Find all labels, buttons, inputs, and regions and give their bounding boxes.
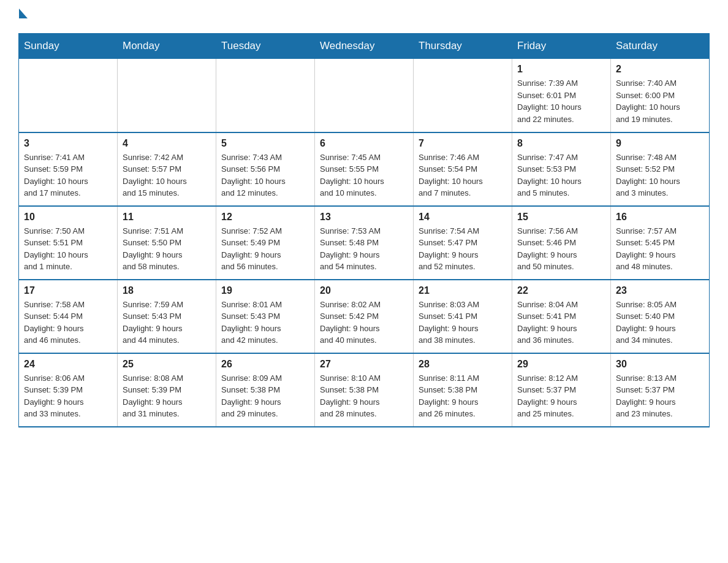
day-number: 26: [221, 359, 309, 370]
day-info: Sunrise: 8:02 AM Sunset: 5:42 PM Dayligh…: [320, 299, 408, 347]
day-number: 4: [123, 138, 211, 149]
calendar-cell: [315, 59, 414, 132]
calendar-cell: 27Sunrise: 8:10 AM Sunset: 5:38 PM Dayli…: [315, 353, 414, 427]
day-number: 25: [123, 359, 211, 370]
day-info: Sunrise: 8:08 AM Sunset: 5:39 PM Dayligh…: [123, 372, 211, 420]
day-info: Sunrise: 7:47 AM Sunset: 5:53 PM Dayligh…: [517, 151, 605, 199]
day-number: 24: [24, 359, 112, 370]
calendar-cell: 13Sunrise: 7:53 AM Sunset: 5:48 PM Dayli…: [315, 206, 414, 280]
calendar-table: SundayMondayTuesdayWednesdayThursdayFrid…: [18, 33, 710, 427]
day-number: 5: [221, 138, 309, 149]
day-info: Sunrise: 7:46 AM Sunset: 5:54 PM Dayligh…: [419, 151, 507, 199]
page-header: [18, 12, 710, 23]
day-info: Sunrise: 7:43 AM Sunset: 5:56 PM Dayligh…: [221, 151, 309, 199]
day-number: 15: [517, 212, 605, 223]
day-info: Sunrise: 7:52 AM Sunset: 5:49 PM Dayligh…: [221, 225, 309, 273]
day-number: 27: [320, 359, 408, 370]
calendar-week-row: 17Sunrise: 7:58 AM Sunset: 5:44 PM Dayli…: [19, 280, 710, 353]
calendar-cell: 9Sunrise: 7:48 AM Sunset: 5:52 PM Daylig…: [611, 132, 710, 206]
day-info: Sunrise: 7:57 AM Sunset: 5:45 PM Dayligh…: [616, 225, 704, 273]
day-number: 22: [517, 285, 605, 296]
day-number: 19: [221, 285, 309, 296]
day-info: Sunrise: 7:50 AM Sunset: 5:51 PM Dayligh…: [24, 225, 112, 273]
day-number: 3: [24, 138, 112, 149]
weekday-header-monday: Monday: [118, 34, 216, 59]
day-number: 17: [24, 285, 112, 296]
day-number: 1: [517, 64, 605, 75]
calendar-cell: 22Sunrise: 8:04 AM Sunset: 5:41 PM Dayli…: [512, 280, 611, 353]
day-number: 9: [616, 138, 704, 149]
day-number: 11: [123, 212, 211, 223]
calendar-cell: 6Sunrise: 7:45 AM Sunset: 5:55 PM Daylig…: [315, 132, 414, 206]
day-info: Sunrise: 8:11 AM Sunset: 5:38 PM Dayligh…: [419, 372, 507, 420]
day-info: Sunrise: 7:48 AM Sunset: 5:52 PM Dayligh…: [616, 151, 704, 199]
calendar-cell: 28Sunrise: 8:11 AM Sunset: 5:38 PM Dayli…: [414, 353, 512, 427]
logo: [18, 12, 28, 23]
day-info: Sunrise: 8:04 AM Sunset: 5:41 PM Dayligh…: [517, 299, 605, 347]
calendar-cell: 17Sunrise: 7:58 AM Sunset: 5:44 PM Dayli…: [19, 280, 118, 353]
calendar-week-row: 24Sunrise: 8:06 AM Sunset: 5:39 PM Dayli…: [19, 353, 710, 427]
calendar-cell: [118, 59, 216, 132]
calendar-header-row: SundayMondayTuesdayWednesdayThursdayFrid…: [19, 34, 710, 59]
calendar-cell: [19, 59, 118, 132]
day-number: 14: [419, 212, 507, 223]
day-info: Sunrise: 7:40 AM Sunset: 6:00 PM Dayligh…: [616, 77, 704, 125]
calendar-cell: 29Sunrise: 8:12 AM Sunset: 5:37 PM Dayli…: [512, 353, 611, 427]
day-info: Sunrise: 8:09 AM Sunset: 5:38 PM Dayligh…: [221, 372, 309, 420]
day-number: 16: [616, 212, 704, 223]
weekday-header-tuesday: Tuesday: [216, 34, 315, 59]
day-info: Sunrise: 8:13 AM Sunset: 5:37 PM Dayligh…: [616, 372, 704, 420]
calendar-cell: 26Sunrise: 8:09 AM Sunset: 5:38 PM Dayli…: [216, 353, 315, 427]
calendar-cell: 7Sunrise: 7:46 AM Sunset: 5:54 PM Daylig…: [414, 132, 512, 206]
calendar-cell: 20Sunrise: 8:02 AM Sunset: 5:42 PM Dayli…: [315, 280, 414, 353]
day-number: 13: [320, 212, 408, 223]
day-info: Sunrise: 7:51 AM Sunset: 5:50 PM Dayligh…: [123, 225, 211, 273]
day-info: Sunrise: 7:45 AM Sunset: 5:55 PM Dayligh…: [320, 151, 408, 199]
weekday-header-saturday: Saturday: [611, 34, 710, 59]
calendar-cell: [216, 59, 315, 132]
logo-arrow-icon: [19, 9, 28, 18]
calendar-cell: 15Sunrise: 7:56 AM Sunset: 5:46 PM Dayli…: [512, 206, 611, 280]
calendar-week-row: 1Sunrise: 7:39 AM Sunset: 6:01 PM Daylig…: [19, 59, 710, 132]
day-number: 7: [419, 138, 507, 149]
calendar-cell: 23Sunrise: 8:05 AM Sunset: 5:40 PM Dayli…: [611, 280, 710, 353]
day-number: 21: [419, 285, 507, 296]
day-info: Sunrise: 7:59 AM Sunset: 5:43 PM Dayligh…: [123, 299, 211, 347]
calendar-cell: 2Sunrise: 7:40 AM Sunset: 6:00 PM Daylig…: [611, 59, 710, 132]
weekday-header-thursday: Thursday: [414, 34, 512, 59]
calendar-week-row: 10Sunrise: 7:50 AM Sunset: 5:51 PM Dayli…: [19, 206, 710, 280]
calendar-cell: 3Sunrise: 7:41 AM Sunset: 5:59 PM Daylig…: [19, 132, 118, 206]
calendar-cell: 18Sunrise: 7:59 AM Sunset: 5:43 PM Dayli…: [118, 280, 216, 353]
calendar-cell: 21Sunrise: 8:03 AM Sunset: 5:41 PM Dayli…: [414, 280, 512, 353]
day-info: Sunrise: 7:39 AM Sunset: 6:01 PM Dayligh…: [517, 77, 605, 125]
calendar-cell: 8Sunrise: 7:47 AM Sunset: 5:53 PM Daylig…: [512, 132, 611, 206]
calendar-cell: 4Sunrise: 7:42 AM Sunset: 5:57 PM Daylig…: [118, 132, 216, 206]
day-number: 23: [616, 285, 704, 296]
day-info: Sunrise: 7:56 AM Sunset: 5:46 PM Dayligh…: [517, 225, 605, 273]
calendar-cell: 16Sunrise: 7:57 AM Sunset: 5:45 PM Dayli…: [611, 206, 710, 280]
calendar-cell: 5Sunrise: 7:43 AM Sunset: 5:56 PM Daylig…: [216, 132, 315, 206]
weekday-header-friday: Friday: [512, 34, 611, 59]
day-info: Sunrise: 8:05 AM Sunset: 5:40 PM Dayligh…: [616, 299, 704, 347]
day-number: 2: [616, 64, 704, 75]
calendar-cell: 12Sunrise: 7:52 AM Sunset: 5:49 PM Dayli…: [216, 206, 315, 280]
day-info: Sunrise: 8:06 AM Sunset: 5:39 PM Dayligh…: [24, 372, 112, 420]
day-number: 12: [221, 212, 309, 223]
weekday-header-wednesday: Wednesday: [315, 34, 414, 59]
day-number: 18: [123, 285, 211, 296]
day-number: 29: [517, 359, 605, 370]
day-info: Sunrise: 8:12 AM Sunset: 5:37 PM Dayligh…: [517, 372, 605, 420]
calendar-cell: 24Sunrise: 8:06 AM Sunset: 5:39 PM Dayli…: [19, 353, 118, 427]
calendar-cell: 14Sunrise: 7:54 AM Sunset: 5:47 PM Dayli…: [414, 206, 512, 280]
day-info: Sunrise: 7:54 AM Sunset: 5:47 PM Dayligh…: [419, 225, 507, 273]
day-number: 6: [320, 138, 408, 149]
day-info: Sunrise: 8:03 AM Sunset: 5:41 PM Dayligh…: [419, 299, 507, 347]
calendar-cell: [414, 59, 512, 132]
calendar-cell: 30Sunrise: 8:13 AM Sunset: 5:37 PM Dayli…: [611, 353, 710, 427]
calendar-cell: 10Sunrise: 7:50 AM Sunset: 5:51 PM Dayli…: [19, 206, 118, 280]
day-info: Sunrise: 7:53 AM Sunset: 5:48 PM Dayligh…: [320, 225, 408, 273]
day-info: Sunrise: 7:58 AM Sunset: 5:44 PM Dayligh…: [24, 299, 112, 347]
calendar-week-row: 3Sunrise: 7:41 AM Sunset: 5:59 PM Daylig…: [19, 132, 710, 206]
calendar-cell: 1Sunrise: 7:39 AM Sunset: 6:01 PM Daylig…: [512, 59, 611, 132]
weekday-header-sunday: Sunday: [19, 34, 118, 59]
